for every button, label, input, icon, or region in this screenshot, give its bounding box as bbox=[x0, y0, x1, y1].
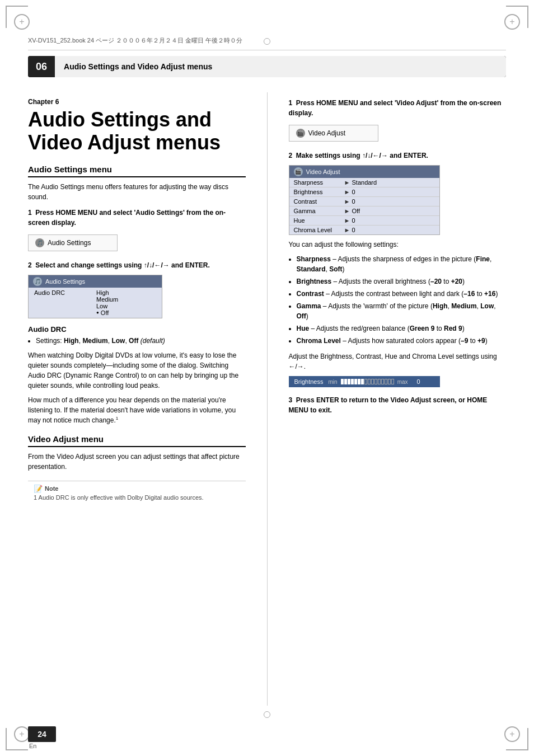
right-column: 1 Press HOME MENU and select 'Video Adju… bbox=[283, 87, 507, 711]
left-step1-text: Press HOME MENU and select 'Audio Settin… bbox=[28, 209, 226, 227]
audio-settings-screen-mock: 🎵 Audio Settings bbox=[28, 234, 118, 251]
va-row-chroma: Chroma Level ► 0 bbox=[289, 226, 439, 234]
seg9 bbox=[368, 379, 371, 384]
menu-icon: 🎵 bbox=[33, 277, 42, 286]
bullet-brightness: Brightness – Adjusts the overall brightn… bbox=[297, 276, 507, 287]
va-label-contrast: Contrast bbox=[294, 198, 344, 205]
va-row-sharpness: Sharpness ► Standard bbox=[289, 178, 439, 187]
page-number: 24 bbox=[38, 730, 46, 739]
right-step1: 1 Press HOME MENU and select 'Video Adju… bbox=[289, 98, 507, 118]
seg11 bbox=[374, 379, 377, 384]
can-adjust-text: You can adjust the following settings: bbox=[289, 240, 507, 250]
va-arrow-gamma: ► bbox=[344, 208, 352, 214]
seg16 bbox=[391, 379, 394, 384]
brightness-value: 0 bbox=[411, 378, 420, 385]
audio-settings-screen-label: Audio Settings bbox=[48, 239, 91, 247]
right-step3-num: 3 bbox=[289, 396, 293, 404]
video-adjust-screen-label: Video Adjust bbox=[308, 129, 346, 137]
seg15 bbox=[388, 379, 391, 384]
footnote-ref: 1 bbox=[116, 416, 118, 421]
va-label-chroma: Chroma Level bbox=[294, 227, 344, 233]
header-bar: XV-DV151_252.book 24 ページ ２０００６年２月２４日 金曜日… bbox=[28, 34, 506, 50]
va-arrow-hue: ► bbox=[344, 217, 352, 224]
option-medium: Medium bbox=[96, 296, 156, 303]
right-step3: 3 Press ENTER to return to the Video Adj… bbox=[289, 395, 507, 415]
audio-settings-icon: 🎵 bbox=[35, 238, 44, 247]
menu-cell-label: Audio DRC bbox=[33, 289, 95, 317]
circle-target-br bbox=[504, 726, 520, 742]
audio-drc-subheading: Audio DRC bbox=[28, 325, 246, 334]
file-info-text: XV-DV151_252.book 24 ページ ２０００６年２月２４日 金曜日… bbox=[28, 36, 242, 45]
seg7 bbox=[361, 379, 364, 384]
note-icon-label: 📝 Note bbox=[34, 485, 58, 493]
menu-options-list: High Medium Low ●Off bbox=[96, 289, 156, 316]
va-value-contrast: 0 bbox=[352, 198, 435, 205]
video-adjust-menu-mock: 🎬 Video Adjust Sharpness ► Standard Brig… bbox=[289, 165, 440, 235]
bullet-hue: Hue – Adjusts the red/green balance (Gre… bbox=[297, 323, 507, 334]
menu-cell-options: High Medium Low ●Off bbox=[95, 289, 157, 317]
right-step1-text: Press HOME MENU and select 'Video Adjust… bbox=[289, 99, 502, 117]
seg1 bbox=[341, 379, 344, 384]
seg6 bbox=[358, 379, 360, 384]
va-arrow-chroma: ► bbox=[344, 227, 352, 233]
va-row-brightness: Brightness ► 0 bbox=[289, 187, 439, 197]
right-step1-num: 1 bbox=[289, 99, 293, 107]
video-adjust-bullets: Sharpness – Adjusts the sharpness of edg… bbox=[297, 254, 507, 346]
brightness-bar: Brightness min max 0 bbox=[289, 376, 440, 387]
seg10 bbox=[371, 379, 374, 384]
seg13 bbox=[381, 379, 384, 384]
right-step2-text: Make settings using ↑/↓/←/→ and ENTER. bbox=[296, 152, 428, 159]
column-divider bbox=[267, 92, 268, 706]
va-label-gamma: Gamma bbox=[294, 208, 344, 214]
page-number-box: 24 bbox=[28, 726, 56, 742]
audio-settings-intro: The Audio Settings menu offers features … bbox=[28, 182, 246, 202]
option-off-selected: ●Off bbox=[96, 309, 156, 316]
audio-drc-settings-bullet: Settings: High, Medium, Low, Off (defaul… bbox=[36, 336, 246, 346]
circle-target-tr bbox=[504, 14, 520, 30]
chapter-label: Chapter 6 bbox=[28, 98, 246, 106]
va-row-gamma: Gamma ► Off bbox=[289, 206, 439, 216]
video-adjust-screen-mock: 🎬 Video Adjust bbox=[289, 125, 378, 142]
va-row-hue: Hue ► 0 bbox=[289, 216, 439, 226]
option-off-label: Off bbox=[101, 309, 109, 316]
right-step2: 2 Make settings using ↑/↓/←/→ and ENTER. bbox=[289, 151, 507, 161]
option-low: Low bbox=[96, 303, 156, 309]
circle-target-tl bbox=[14, 14, 30, 30]
seg14 bbox=[385, 379, 387, 384]
audio-settings-heading: Audio Settings menu bbox=[28, 165, 246, 177]
bullet-contrast: Contrast – Adjusts the contrast between … bbox=[297, 289, 507, 299]
va-value-sharpness: Standard bbox=[352, 179, 435, 186]
option-high: High bbox=[96, 289, 156, 296]
va-menu-header: 🎬 Video Adjust bbox=[289, 166, 439, 178]
left-step2-num: 2 bbox=[28, 261, 32, 269]
audio-drc-para1: When watching Dolby Digital DVDs at low … bbox=[28, 350, 246, 391]
va-label-brightness: Brightness bbox=[294, 189, 344, 195]
va-label-hue: Hue bbox=[294, 217, 344, 224]
audio-drc-para2-text: How much of a difference you hear depend… bbox=[28, 396, 236, 424]
left-step1: 1 Press HOME MENU and select 'Audio Sett… bbox=[28, 208, 246, 228]
va-menu-icon: 🎬 bbox=[294, 167, 303, 176]
video-adjust-heading: Video Adjust menu bbox=[28, 434, 246, 447]
va-arrow-contrast: ► bbox=[344, 198, 352, 205]
note-box: 📝 Note 1 Audio DRC is only effective wit… bbox=[28, 481, 246, 504]
brightness-adjust-text: Adjust the Brightness, Contrast, Hue and… bbox=[289, 351, 507, 372]
brightness-max-label: max bbox=[397, 379, 408, 385]
audio-settings-menu-mock: 🎵 Audio Settings Audio DRC High Medium L… bbox=[28, 275, 162, 318]
seg8 bbox=[364, 379, 367, 384]
chapter-header: 06 Audio Settings and Video Adjust menus bbox=[28, 56, 506, 77]
left-step1-num: 1 bbox=[28, 209, 32, 217]
seg5 bbox=[354, 379, 357, 384]
va-value-hue: 0 bbox=[352, 217, 435, 224]
brightness-min-label: min bbox=[329, 379, 338, 385]
center-registration-bottom bbox=[264, 711, 270, 718]
va-arrow-sharpness: ► bbox=[344, 179, 352, 186]
brightness-bar-label: Brightness bbox=[294, 378, 325, 385]
chapter-number: 06 bbox=[36, 61, 47, 73]
seg2 bbox=[344, 379, 347, 384]
va-value-gamma: Off bbox=[352, 208, 435, 214]
note-text: 1 Audio DRC is only effective with Dolby… bbox=[34, 494, 240, 501]
bullet-chroma: Chroma Level – Adjusts how saturated col… bbox=[297, 336, 507, 346]
seg3 bbox=[348, 379, 350, 384]
page-lang: En bbox=[29, 743, 36, 749]
menu-row-audiodrc: Audio DRC High Medium Low ●Off bbox=[29, 288, 162, 318]
